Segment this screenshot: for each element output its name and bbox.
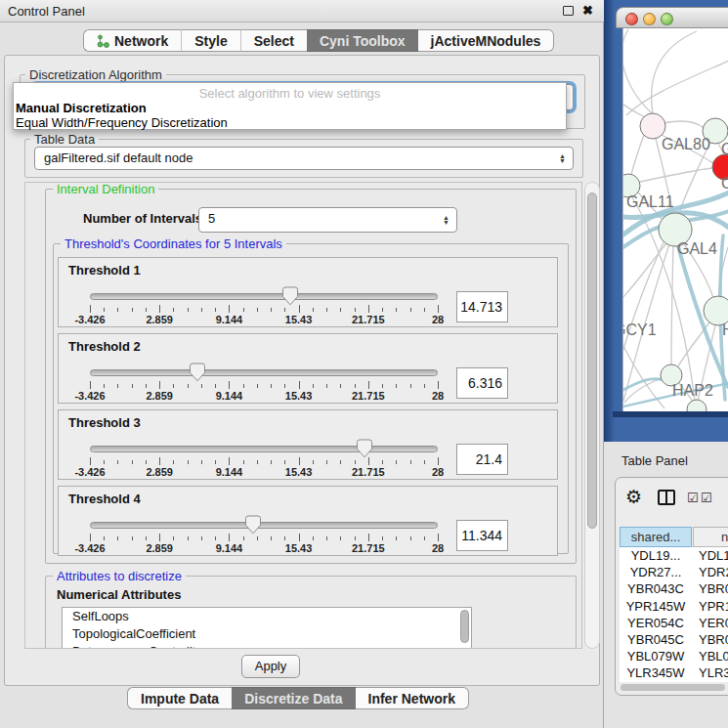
slider-tick-labels: -3.4262.8599.14415.4321.71528 — [90, 314, 438, 325]
zoom-traffic-light[interactable] — [661, 13, 673, 25]
close-traffic-light[interactable] — [625, 13, 638, 25]
column-header-shared-name[interactable]: shared... — [620, 527, 692, 547]
network-edge[interactable] — [640, 168, 712, 182]
network-window-titlebar[interactable] — [616, 7, 728, 28]
tab-label: Select — [254, 33, 294, 49]
top-tab-bar: NetworkStyleSelectCyni ToolboxjActiveMNo… — [83, 29, 554, 52]
cell-name[interactable]: YIL0 — [692, 682, 728, 683]
threshold-value-field[interactable]: 21.4 — [456, 444, 508, 475]
table-row[interactable]: YBR045CYBR0 — [620, 631, 728, 648]
network-edge[interactable] — [652, 31, 697, 113]
number-of-intervals-combobox[interactable]: 5 ▲▼ — [198, 207, 457, 233]
cell-name[interactable]: YPR1 — [692, 598, 728, 615]
attribute-item-selfloops[interactable]: SelfLoops — [63, 608, 471, 625]
threshold-value-field[interactable]: 11.344 — [456, 520, 508, 551]
numerical-attributes-list[interactable]: SelfLoopsTopologicalCoefficientBetweenne… — [62, 607, 472, 649]
algorithm-placeholder-option[interactable]: Select algorithm to view settings — [14, 83, 566, 101]
tab-label: Cyni Toolbox — [320, 33, 406, 49]
tab-select[interactable]: Select — [240, 29, 307, 52]
slider-tick-labels: -3.4262.8599.14415.4321.71528 — [90, 466, 438, 478]
cell-shared-name[interactable]: YBR045C — [620, 631, 692, 648]
tab-network[interactable]: Network — [83, 29, 181, 52]
apply-button[interactable]: Apply — [241, 655, 300, 678]
cell-shared-name[interactable]: YIL052C — [620, 682, 692, 683]
checkbox-icon[interactable]: ☑ — [687, 491, 699, 505]
network-node[interactable] — [687, 400, 707, 411]
table-row[interactable]: YDL19...YDL1 — [620, 547, 728, 564]
table-row[interactable]: YDR27...YDR2 — [620, 564, 728, 580]
table-horizontal-scrollbar[interactable] — [621, 684, 725, 691]
tick-label: 28 — [432, 390, 444, 402]
table-rows[interactable]: YDL19...YDL1YDR27...YDR2YBR043CYBR0YPR14… — [620, 547, 728, 682]
algorithm-dropdown-popup: Select algorithm to view settings Manual… — [13, 82, 567, 130]
attribute-item-betweennesscentrality[interactable]: BetweennessCentrality — [63, 643, 471, 649]
tab-impute-data[interactable]: Impute Data — [127, 687, 232, 709]
attributes-list-scrollbar[interactable] — [460, 610, 469, 643]
table-row[interactable]: YBL079WYBL0 — [620, 648, 728, 664]
tab-jactivemnodules[interactable]: jActiveMNodules — [418, 29, 555, 52]
slider-track[interactable] — [90, 293, 438, 300]
float-window-icon[interactable] — [563, 6, 574, 16]
network-edge[interactable] — [664, 121, 704, 128]
slider-track[interactable] — [90, 369, 438, 376]
tick-label: 21.715 — [352, 542, 385, 554]
threshold-value-field[interactable]: 14.713 — [456, 291, 508, 322]
cell-shared-name[interactable]: YLR345W — [620, 664, 692, 681]
attribute-item-topologicalcoefficient[interactable]: TopologicalCoefficient — [63, 625, 471, 643]
cell-name[interactable]: YBR0 — [692, 631, 728, 648]
close-icon[interactable]: ✖ — [582, 3, 593, 18]
threshold-box: Threshold 3 -3.4262.8599.14415.4321.7152… — [58, 409, 558, 480]
network-edge-thick[interactable] — [623, 379, 666, 390]
tab-infer-network[interactable]: Infer Network — [356, 687, 469, 709]
slider-thumb[interactable] — [356, 439, 373, 458]
tab-style[interactable]: Style — [181, 29, 239, 52]
table-row[interactable]: YPR145WYPR1 — [620, 598, 728, 615]
window-shadow — [613, 411, 728, 417]
split-columns-icon[interactable] — [658, 490, 675, 505]
settings-vertical-scrollbar[interactable] — [584, 182, 600, 649]
table-row[interactable]: YLR345WYLR3 — [620, 664, 728, 681]
cell-shared-name[interactable]: YPR145W — [620, 598, 692, 615]
application-window: Control Panel ✖ NetworkStyleSelectCyni T… — [0, 0, 728, 728]
network-edge[interactable] — [626, 61, 728, 115]
slider-thumb[interactable] — [281, 286, 299, 306]
threshold-box: Threshold 2 -3.4262.8599.14415.4321.7152… — [58, 333, 558, 404]
tab-discretize-data[interactable]: Discretize Data — [232, 687, 355, 709]
cell-name[interactable]: YDL1 — [692, 547, 728, 564]
network-edge[interactable] — [623, 29, 653, 114]
cell-name[interactable]: YBR0 — [692, 580, 728, 597]
slider-thumb[interactable] — [189, 363, 206, 382]
cell-name[interactable]: YER0 — [692, 615, 728, 631]
minimize-traffic-light[interactable] — [643, 13, 656, 25]
threshold-value-field[interactable]: 6.316 — [456, 367, 508, 399]
tick-label: -3.426 — [74, 542, 105, 554]
table-row[interactable]: YER054CYER0 — [620, 615, 728, 631]
algorithm-option-equal-width-frequency-discretization[interactable]: Equal Width/Frequency Discretization — [14, 115, 566, 130]
cell-shared-name[interactable]: YER054C — [620, 615, 692, 631]
network-edge[interactable] — [671, 246, 673, 364]
slider-track[interactable] — [90, 522, 438, 529]
column-header-name[interactable]: na — [693, 527, 728, 547]
table-row[interactable]: YBR043CYBR0 — [620, 580, 728, 597]
cell-name[interactable]: YBL0 — [692, 648, 728, 664]
table-data-combobox[interactable]: galFiltered.sif default node ▲▼ — [34, 147, 574, 170]
tab-cyni-toolbox[interactable]: Cyni Toolbox — [307, 29, 418, 52]
cell-shared-name[interactable]: YBL079W — [620, 648, 692, 664]
cell-shared-name[interactable]: YDR27... — [620, 564, 692, 580]
cell-name[interactable]: YDR2 — [692, 564, 728, 580]
algorithm-option-manual-discretization[interactable]: Manual Discretization — [14, 101, 566, 115]
numerical-attributes-label: Numerical Attributes — [57, 587, 181, 602]
cell-shared-name[interactable]: YBR043C — [620, 580, 692, 597]
tick-label: 2.859 — [146, 390, 173, 402]
checkbox-icon[interactable]: ☑ — [701, 491, 712, 505]
table-row[interactable]: YIL052CYIL0 — [620, 682, 728, 683]
cell-name[interactable]: YLR3 — [692, 664, 728, 681]
cell-shared-name[interactable]: YDL19... — [620, 547, 692, 564]
network-edge[interactable] — [631, 135, 644, 175]
gear-icon[interactable]: ⚙ — [625, 486, 642, 508]
slider-track[interactable] — [90, 446, 438, 452]
slider-thumb[interactable] — [244, 515, 262, 535]
scrollbar-thumb[interactable] — [587, 193, 597, 529]
network-canvas[interactable]: GAL80GACGAL11GAL4GCY1HHAP2 — [622, 28, 728, 411]
tick-label: 15.43 — [285, 466, 313, 478]
